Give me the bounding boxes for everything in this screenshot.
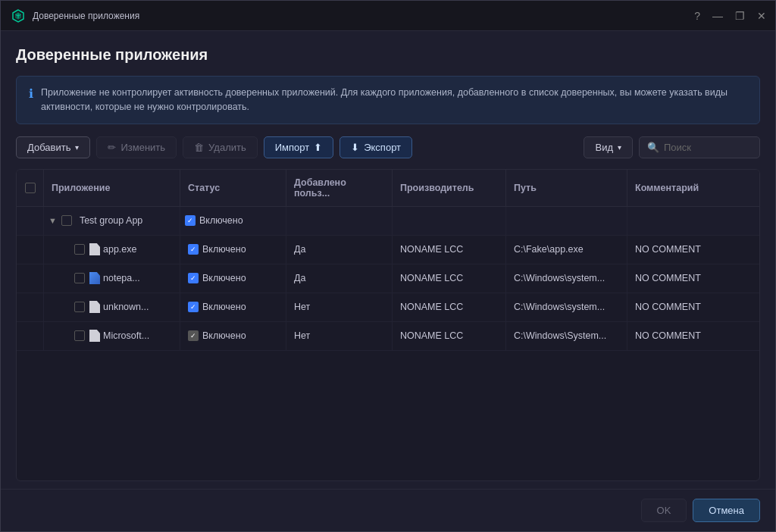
chevron-down-icon: ▾ — [618, 143, 621, 152]
row2-app-cell: unknоwn... — [44, 293, 180, 321]
file-icon — [89, 272, 100, 284]
row3-manufacturer-cell: NONAME LCC — [393, 322, 506, 350]
cancel-button-label: Отмена — [709, 505, 744, 516]
header-added-by-user: Добавлено польз... — [286, 170, 393, 206]
status-checked-icon — [188, 302, 199, 312]
main-window: Доверенные приложения ? — ❐ ✕ Доверенные… — [0, 0, 776, 532]
status-checked-icon — [188, 273, 199, 283]
header-application: Приложение — [44, 170, 180, 206]
select-all-checkbox[interactable] — [25, 183, 36, 193]
row3-added-cell: Нет — [286, 322, 393, 350]
maximize-button[interactable]: ❐ — [735, 11, 745, 21]
status-checked-icon — [188, 330, 199, 341]
row1-status-cell: Включено — [180, 264, 286, 293]
search-box[interactable]: 🔍 — [639, 136, 760, 158]
row0-status-cell: Включено — [180, 236, 286, 264]
info-icon: ℹ — [29, 86, 33, 101]
help-button[interactable]: ? — [694, 11, 700, 21]
search-icon: 🔍 — [647, 142, 659, 153]
trash-icon: 🗑 — [194, 142, 204, 153]
row1-status-badge: Включено — [188, 273, 246, 283]
edit-button-label: Изменить — [120, 142, 165, 153]
group-status-cell: Включено — [180, 207, 286, 235]
import-icon: ⬆ — [314, 142, 322, 153]
export-button[interactable]: ⬇ Экспорт — [340, 136, 412, 158]
table-row[interactable]: notеpa... Включено Да NONAME LCC C:\Wind… — [17, 264, 759, 293]
group-comment-cell — [627, 207, 759, 235]
table-header: Приложение Статус Добавлено польз... Про… — [17, 170, 759, 207]
row0-status-badge: Включено — [188, 244, 246, 255]
file-icon — [89, 301, 100, 313]
add-button-label: Добавить — [27, 142, 70, 153]
row1-path-cell: C:\Windows\system... — [506, 264, 627, 293]
edit-button[interactable]: ✏ Изменить — [96, 136, 177, 158]
expand-collapse-icon[interactable]: ▼ — [48, 216, 57, 225]
group-status-text: Включено — [199, 215, 243, 226]
group-name-cell: ▼ Test group App — [44, 207, 180, 235]
row2-status: Включено — [202, 302, 246, 312]
applications-table: Приложение Статус Добавлено польз... Про… — [16, 169, 760, 482]
minimize-button[interactable]: — — [712, 11, 723, 21]
window-controls: ? — ❐ ✕ — [694, 11, 766, 21]
row0-app-name: app.exe — [103, 244, 136, 255]
row1-added-cell: Да — [286, 264, 393, 293]
page-title: Доверенные приложения — [16, 46, 760, 64]
row3-app-cell: Мiсrоsоft... — [44, 322, 180, 350]
chevron-down-icon: ▾ — [75, 143, 79, 152]
table-row[interactable]: Мiсrоsоft... Включено Нет NONAME LCC C:\… — [17, 322, 759, 351]
info-banner: ℹ Приложение не контролирует активность … — [16, 76, 760, 124]
table-body: ▼ Test group App Включено — [17, 207, 759, 481]
row0-status: Включено — [202, 244, 246, 255]
row0-app-cell: app.exe — [44, 236, 180, 264]
row0-checkbox[interactable] — [74, 244, 85, 255]
row3-checkbox-cell — [17, 322, 44, 350]
header-status: Статус — [180, 170, 286, 206]
header-comment: Комментарий — [627, 170, 759, 206]
search-input[interactable] — [664, 142, 752, 153]
row1-checkbox[interactable] — [74, 273, 85, 283]
import-button-label: Импорт — [275, 142, 309, 153]
ok-button[interactable]: OK — [641, 499, 687, 522]
row2-checkbox[interactable] — [74, 302, 85, 312]
cancel-button[interactable]: Отмена — [693, 499, 760, 522]
add-button[interactable]: Добавить ▾ — [16, 136, 90, 158]
content-area: Доверенные приложения ℹ Приложение не ко… — [1, 31, 775, 489]
row3-checkbox[interactable] — [74, 330, 85, 341]
title-bar: Доверенные приложения ? — ❐ ✕ — [1, 1, 775, 31]
info-banner-text: Приложение не контролирует активность до… — [41, 86, 747, 114]
header-manufacturer: Производитель — [393, 170, 506, 206]
view-button[interactable]: Вид ▾ — [584, 136, 633, 158]
footer: OK Отмена — [1, 489, 775, 531]
row1-app-name: notеpa... — [103, 273, 140, 283]
row2-status-badge: Включено — [188, 302, 246, 312]
title-bar-text: Доверенные приложения — [33, 11, 694, 21]
edit-icon: ✏ — [108, 142, 116, 153]
row2-manufacturer-cell: NONAME LCC — [393, 293, 506, 321]
row3-comment-cell: NO COMMENT — [627, 322, 759, 350]
row1-comment-cell: NO COMMENT — [627, 264, 759, 293]
row2-path-cell: C:\Windows\system... — [506, 293, 627, 321]
group-checkbox[interactable] — [61, 215, 72, 226]
row0-added-cell: Да — [286, 236, 393, 264]
app-logo — [10, 8, 27, 24]
table-row[interactable]: app.exe Включено Да NONAME LCC C:\Fake\a… — [17, 236, 759, 264]
close-button[interactable]: ✕ — [757, 11, 766, 21]
row3-app-name: Мiсrоsоft... — [103, 330, 149, 341]
group-checkbox-cell — [17, 207, 44, 235]
status-checked-icon — [188, 244, 199, 255]
row1-status: Включено — [202, 273, 246, 283]
table-row[interactable]: unknоwn... Включено Нет NONAME LCC C:\Wi… — [17, 293, 759, 322]
row3-status: Включено — [202, 330, 246, 341]
delete-button-label: Удалить — [208, 142, 246, 153]
row2-added-cell: Нет — [286, 293, 393, 321]
group-row[interactable]: ▼ Test group App Включено — [17, 207, 759, 236]
import-button[interactable]: Импорт ⬆ — [264, 136, 333, 158]
view-button-label: Вид — [595, 142, 613, 153]
row2-comment-cell: NO COMMENT — [627, 293, 759, 321]
row2-app-name: unknоwn... — [103, 302, 149, 312]
delete-button[interactable]: 🗑 Удалить — [183, 136, 258, 158]
row2-status-cell: Включено — [180, 293, 286, 321]
file-icon — [89, 243, 100, 255]
row0-manufacturer-cell: NONAME LCC — [393, 236, 506, 264]
row1-manufacturer-cell: NONAME LCC — [393, 264, 506, 293]
